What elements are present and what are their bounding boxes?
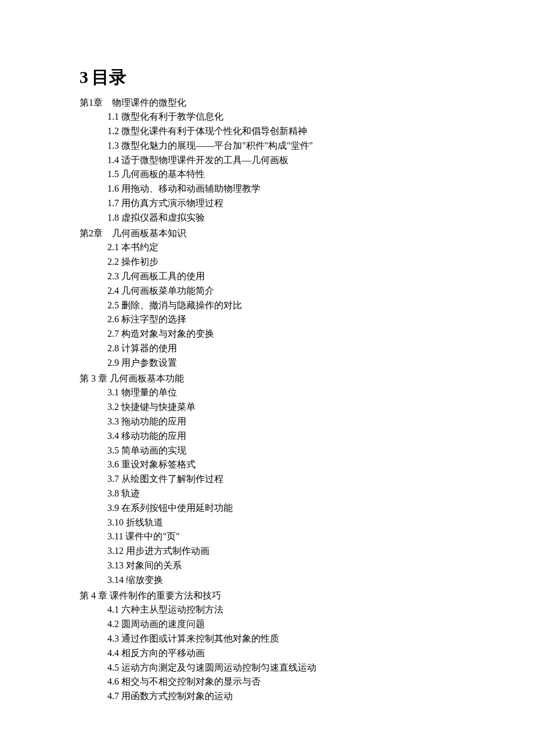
title-number: 3	[80, 67, 88, 87]
section-item: 2.3 几何画板工具的使用	[80, 269, 534, 284]
section-item: 3.6 重设对象标签格式	[80, 458, 534, 472]
section-item: 1.5 几何画板的基本特性	[80, 167, 534, 182]
section-item: 2.4 几何画板菜单功能简介	[80, 284, 534, 298]
section-item: 4.7 用函数方式控制对象的运动	[80, 689, 534, 704]
section-item: 4.4 相反方向的平移动画	[80, 646, 534, 661]
chapter: 第2章 几何画板基本知识2.1 本书约定2.2 操作初步2.3 几何画板工具的使…	[80, 226, 534, 370]
title-text: 目录	[92, 67, 127, 87]
section-item: 2.8 计算器的使用	[80, 341, 534, 356]
section-item: 3.5 简单动画的实现	[80, 444, 534, 458]
toc-title: 3目录	[80, 64, 534, 91]
section-item: 2.7 构造对象与对象的变换	[80, 327, 534, 341]
section-item: 1.8 虚拟仪器和虚拟实验	[80, 211, 534, 225]
section-item: 3.9 在系列按钮中使用延时功能	[80, 501, 534, 516]
section-item: 3.4 移动功能的应用	[80, 429, 534, 444]
section-item: 1.3 微型化魅力的展现——平台加"积件"构成"堂件"	[80, 139, 534, 153]
section-item: 3.7 从绘图文件了解制作过程	[80, 472, 534, 487]
section-item: 4.3 通过作图或计算来控制其他对象的性质	[80, 632, 534, 646]
chapter-title: 第 3 章 几何画板基本功能	[80, 372, 534, 386]
section-item: 3.12 用步进方式制作动画	[80, 544, 534, 559]
section-item: 3.14 缩放变换	[80, 573, 534, 588]
section-item: 3.13 对象间的关系	[80, 559, 534, 573]
section-item: 3.11 课件中的"页"	[80, 530, 534, 544]
section-item: 2.2 操作初步	[80, 255, 534, 269]
section-item: 4.1 六种主从型运动控制方法	[80, 603, 534, 617]
chapter: 第1章 物理课件的微型化1.1 微型化有利于教学信息化1.2 微型化课件有利于体…	[80, 96, 534, 225]
chapter: 第 3 章 几何画板基本功能3.1 物理量的单位3.2 快捷键与快捷菜单3.3 …	[80, 372, 534, 588]
section-item: 1.1 微型化有利于教学信息化	[80, 110, 534, 124]
section-item: 2.6 标注字型的选择	[80, 312, 534, 327]
section-item: 2.1 本书约定	[80, 240, 534, 255]
section-item: 1.2 微型化课件有利于体现个性化和倡导创新精神	[80, 124, 534, 139]
section-item: 2.5 删除、撤消与隐藏操作的对比	[80, 298, 534, 313]
section-item: 1.7 用仿真方式演示物理过程	[80, 196, 534, 211]
chapter: 第 4 章 课件制作的重要方法和技巧4.1 六种主从型运动控制方法4.2 圆周动…	[80, 589, 534, 704]
chapter-title: 第 4 章 课件制作的重要方法和技巧	[80, 589, 534, 603]
toc-body: 第1章 物理课件的微型化1.1 微型化有利于教学信息化1.2 微型化课件有利于体…	[80, 96, 534, 704]
section-item: 4.6 相交与不相交控制对象的显示与否	[80, 675, 534, 689]
chapter-title: 第1章 物理课件的微型化	[80, 96, 534, 110]
section-item: 1.4 适于微型物理课件开发的工具—几何画板	[80, 153, 534, 168]
section-item: 3.8 轨迹	[80, 487, 534, 501]
section-item: 3.10 折线轨道	[80, 516, 534, 530]
section-item: 3.1 物理量的单位	[80, 386, 534, 400]
section-item: 3.2 快捷键与快捷菜单	[80, 400, 534, 415]
section-item: 2.9 用户参数设置	[80, 356, 534, 370]
chapter-title: 第2章 几何画板基本知识	[80, 226, 534, 241]
section-item: 4.5 运动方向测定及匀速圆周运动控制匀速直线运动	[80, 661, 534, 675]
section-item: 4.2 圆周动画的速度问题	[80, 617, 534, 632]
section-item: 1.6 用拖动、移动和动画辅助物理教学	[80, 182, 534, 196]
section-item: 3.3 拖动功能的应用	[80, 415, 534, 429]
